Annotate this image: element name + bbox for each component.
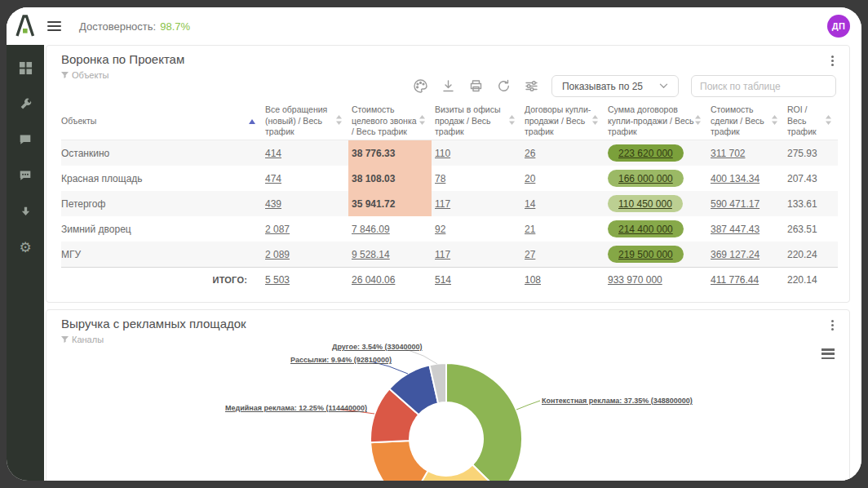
- totals-cell[interactable]: 514: [432, 268, 521, 292]
- funnel-card: Воронка по Проектам Объекты: [46, 45, 850, 303]
- column-header[interactable]: Визиты в офисы продаж / Весь трафик: [432, 103, 521, 140]
- table-cell[interactable]: 7 846.09: [348, 216, 432, 242]
- print-button[interactable]: [468, 78, 484, 94]
- table-cell: Красная площадь: [61, 166, 262, 191]
- funnel-card-filter[interactable]: Объекты: [61, 70, 108, 80]
- chart-callout[interactable]: Другое: 3.54% (33040000): [332, 343, 422, 351]
- donut-slice-Контекстная реклама[interactable]: [446, 363, 522, 481]
- chart-callout[interactable]: Медийная реклама: 12.25% (114440000): [225, 404, 367, 412]
- table-cell[interactable]: 78: [432, 166, 521, 191]
- sidebar-item-dashboard[interactable]: [18, 60, 33, 75]
- table-toolbar: Показывать по 25: [413, 75, 836, 97]
- column-header-label: Визиты в офисы продаж / Весь трафик: [435, 104, 509, 138]
- funnel-card-menu-button[interactable]: [826, 54, 838, 67]
- table-cell[interactable]: 21: [521, 216, 604, 242]
- table-cell[interactable]: 117: [432, 242, 521, 267]
- table-row: Зимний дворец2 0877 846.099221214 400 00…: [61, 216, 838, 242]
- table-cell[interactable]: 414: [262, 140, 348, 166]
- table-cell[interactable]: 223 620 000: [604, 140, 707, 166]
- topbar: Достоверность: 98.7% ДП: [7, 7, 861, 45]
- totals-cell[interactable]: 26 040.06: [348, 268, 432, 292]
- value-pill[interactable]: 110 450 000: [608, 195, 683, 212]
- table-cell[interactable]: 14: [521, 191, 604, 216]
- sidebar-item-messages[interactable]: [18, 132, 33, 147]
- menu-toggle-button[interactable]: [47, 18, 64, 34]
- table-cell[interactable]: 166 000 000: [604, 166, 707, 191]
- table-cell[interactable]: 275.93: [784, 140, 838, 166]
- table-cell[interactable]: 220.24: [784, 242, 838, 267]
- palette-button[interactable]: [413, 78, 428, 94]
- download-arrow-icon: [20, 206, 32, 218]
- chart-callout[interactable]: Рассылки: 9.94% (92810000): [290, 356, 392, 364]
- donut-slice[interactable]: [370, 441, 427, 481]
- table-cell[interactable]: 219 500 000: [604, 242, 707, 267]
- table-cell[interactable]: 311 702: [707, 140, 784, 166]
- column-header[interactable]: Все обращения (новый) / Весь трафик: [262, 103, 348, 140]
- chat-dots-icon: [19, 169, 32, 182]
- refresh-button[interactable]: [496, 78, 512, 94]
- dashboard-grid-icon: [19, 61, 33, 75]
- table-cell[interactable]: 387 447.43: [707, 216, 784, 242]
- sort-indicator: [592, 115, 598, 128]
- totals-cell: 220.14: [784, 268, 838, 292]
- sidebar-item-settings[interactable]: ⚙: [18, 240, 33, 255]
- column-header[interactable]: Стоимость целевого звонка / Весь трафик: [348, 103, 432, 140]
- column-header[interactable]: Сумма договоров купли-продажи / Весь тра…: [604, 103, 707, 140]
- table-cell[interactable]: 590 471.17: [707, 191, 784, 216]
- sidebar-item-comments[interactable]: [18, 168, 33, 183]
- user-avatar[interactable]: ДП: [827, 15, 850, 38]
- column-header[interactable]: ROI / Весь трафик: [784, 103, 838, 140]
- value-pill[interactable]: 166 000 000: [608, 170, 684, 187]
- table-cell[interactable]: 263.51: [784, 216, 838, 242]
- table-cell[interactable]: 27: [521, 242, 604, 267]
- donut-svg: [46, 310, 851, 481]
- export-download-button[interactable]: [441, 78, 456, 94]
- table-cell[interactable]: 207.43: [784, 166, 838, 191]
- settings-gear-icon: ⚙: [19, 241, 31, 255]
- confidence-indicator: Достоверность: 98.7%: [79, 7, 190, 45]
- table-cell[interactable]: 369 127.24: [707, 242, 784, 267]
- table-cell[interactable]: 35 941.72: [348, 191, 432, 216]
- table-cell[interactable]: 20: [521, 166, 604, 191]
- table-cell[interactable]: 439: [262, 191, 348, 216]
- table-cell[interactable]: 117: [432, 191, 521, 216]
- table-cell[interactable]: 92: [432, 216, 521, 242]
- column-header-label: Сумма договоров купли-продажи / Весь тра…: [608, 104, 695, 138]
- confidence-label: Достоверность:: [79, 20, 156, 33]
- table-search-input[interactable]: [691, 75, 836, 97]
- wrench-icon: [19, 97, 33, 111]
- table-cell[interactable]: 2 087: [262, 216, 348, 242]
- table-cell[interactable]: 38 108.03: [348, 166, 432, 191]
- table-cell[interactable]: 9 528.14: [348, 242, 432, 267]
- totals-cell[interactable]: 108: [521, 268, 604, 292]
- chart-callout[interactable]: Контекстная реклама: 37.35% (348800000): [542, 397, 693, 405]
- value-pill[interactable]: 223 620 000: [608, 144, 684, 162]
- table-cell[interactable]: 400 134.34: [707, 166, 784, 191]
- table-cell[interactable]: 133.61: [784, 191, 838, 216]
- table-cell[interactable]: 38 776.33: [348, 140, 432, 166]
- column-header[interactable]: Объекты: [61, 114, 262, 129]
- page-size-dropdown[interactable]: Показывать по 25: [551, 75, 679, 97]
- column-header[interactable]: Стоимость сделки / Весь трафик: [707, 103, 784, 140]
- sidebar-item-downloads[interactable]: [18, 204, 33, 219]
- table-cell[interactable]: 110: [432, 140, 521, 166]
- table-cell[interactable]: 2 089: [262, 242, 348, 267]
- totals-cell[interactable]: 933 970 000: [604, 268, 707, 292]
- tune-sliders-icon: [524, 78, 539, 94]
- totals-cell[interactable]: 5 503: [262, 268, 348, 292]
- tune-button[interactable]: [524, 78, 539, 94]
- main-content: Воронка по Проектам Объекты: [44, 45, 861, 481]
- table-cell[interactable]: 214 400 000: [604, 216, 707, 242]
- sidebar-item-tools[interactable]: [18, 96, 33, 111]
- totals-cell[interactable]: 411 776.44: [707, 268, 784, 292]
- confidence-value: 98.7%: [160, 20, 190, 33]
- chevron-down-icon: [659, 83, 668, 89]
- donut-chart: [46, 310, 851, 481]
- value-pill[interactable]: 219 500 000: [608, 246, 684, 263]
- column-header[interactable]: Договоры купли-продажи / Весь трафик: [521, 103, 604, 140]
- table-cell[interactable]: 474: [262, 166, 348, 191]
- value-pill[interactable]: 214 400 000: [608, 220, 684, 237]
- table-cell[interactable]: 110 450 000: [604, 191, 707, 216]
- callout-connector: [516, 401, 540, 410]
- table-cell[interactable]: 26: [521, 140, 604, 166]
